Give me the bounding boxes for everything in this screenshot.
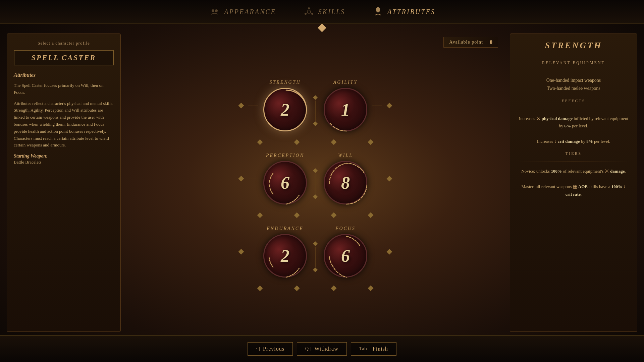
- connector-diamond-2: [238, 176, 244, 182]
- novice-pct: 100%: [551, 169, 562, 174]
- connector-line-r3: [372, 252, 382, 252]
- mid-line-v-2: [315, 174, 316, 194]
- master-pct: 100%: [611, 184, 623, 189]
- row-diamond-4: [368, 139, 374, 145]
- effects-content: Increases ⚔ physical damage inflicted by…: [518, 115, 629, 145]
- finish-button[interactable]: Tab | Finish: [351, 342, 396, 356]
- available-points-label: Available point: [449, 40, 483, 45]
- connector-diamond-r2: [387, 176, 392, 182]
- row-diamond-12: [368, 286, 374, 291]
- finish-label: Finish: [373, 346, 388, 352]
- attributes-icon: [372, 6, 384, 18]
- appearance-icon: [209, 6, 221, 18]
- divider-2: [518, 109, 629, 109]
- crit-damage-text: crit damage: [558, 139, 580, 144]
- effects-label: Effects: [518, 99, 629, 104]
- equipment-item-1: One-handed impact weapons: [518, 76, 629, 84]
- perception-label: Perception: [266, 153, 304, 158]
- strength-value: 2: [281, 100, 289, 120]
- strength-label: Strength: [269, 80, 301, 85]
- left-panel: Select a character profile Spell Caster …: [7, 34, 121, 332]
- crit-icon: ↓: [554, 139, 556, 144]
- focus-circle: 6: [324, 234, 367, 278]
- will-circle: 8: [324, 161, 367, 204]
- mid-diamond-bot-2: [313, 194, 318, 199]
- withdraw-button[interactable]: Q | Withdraw: [297, 342, 347, 356]
- row-diamond-5: [257, 213, 263, 218]
- row-diamond-9: [257, 286, 263, 291]
- relevant-equipment-label: Relevant Equipment: [518, 60, 629, 65]
- mid-diamond-bot: [313, 121, 318, 126]
- attribute-perception[interactable]: Perception 6: [258, 146, 312, 211]
- row-diamond-1: [257, 139, 263, 145]
- attribute-agility[interactable]: Agility 1: [319, 73, 372, 138]
- starting-weapon-label: Starting Weapon:: [14, 154, 48, 159]
- effects-line-2: Increases ↓ crit damage by 8% per level.: [518, 137, 629, 145]
- withdraw-key: Q |: [305, 346, 312, 352]
- focus-label: Focus: [335, 226, 356, 231]
- profile-name: Spell Caster: [32, 53, 96, 62]
- row-diamond-10: [294, 286, 300, 291]
- starting-weapon-value: Battle Bracelets: [14, 160, 42, 165]
- nav-skills-label: Skills: [318, 8, 345, 16]
- profile-name-box[interactable]: Spell Caster: [14, 50, 114, 65]
- equipment-list: One-handed impact weapons Two-handed mel…: [518, 76, 629, 93]
- strength-circle: 2: [263, 88, 307, 131]
- profile-prompt: Select a character profile: [14, 41, 114, 46]
- svg-point-6: [376, 7, 380, 12]
- nav-attributes[interactable]: Attributes: [372, 6, 435, 18]
- bottom-bar: · | Previous Q | Withdraw Tab | Finish: [0, 335, 644, 362]
- agility-label: Agility: [333, 80, 358, 85]
- svg-point-3: [308, 7, 310, 9]
- attributes-description: Attributes reflect a character's physica…: [14, 100, 114, 149]
- skills-icon: [303, 6, 315, 18]
- main-content: Select a character profile Spell Caster …: [0, 30, 644, 335]
- nav-attributes-label: Attributes: [387, 8, 435, 16]
- mid-diamond-top-3: [313, 241, 318, 246]
- divider-1: [518, 71, 629, 71]
- row-diamond-8: [368, 213, 374, 218]
- attribute-will[interactable]: Will 8: [319, 146, 372, 211]
- mid-diamond-bot-3: [313, 267, 318, 272]
- withdraw-label: Withdraw: [314, 346, 338, 352]
- connector-line-r: [372, 106, 382, 106]
- endurance-circle: 2: [263, 234, 307, 278]
- connector-diamond-3: [238, 249, 244, 255]
- aoe-text: AOE: [578, 184, 588, 189]
- connector-diamond-r: [387, 103, 392, 109]
- top-navigation: Appearance Skills Attributes: [0, 0, 644, 24]
- connector-diamond-r3: [387, 249, 392, 255]
- mid-line-v: [315, 101, 316, 121]
- nav-skills[interactable]: Skills: [303, 6, 345, 18]
- physical-damage-text: physical damage: [542, 116, 573, 121]
- aoe-icon: ▦: [573, 184, 577, 189]
- svg-point-2: [307, 10, 311, 13]
- attribute-strength[interactable]: Strength 2: [258, 73, 312, 138]
- mid-line-v-3: [315, 247, 316, 267]
- physical-pct: 6%: [565, 123, 571, 128]
- row-diamond-6: [294, 213, 300, 218]
- endurance-value: 2: [281, 246, 289, 266]
- perception-value: 6: [281, 173, 289, 193]
- center-panel: Available point 0 Strength 2: [126, 34, 505, 332]
- attribute-endurance[interactable]: Endurance 2: [258, 219, 312, 284]
- tiers-label: Tiers: [518, 151, 629, 156]
- row-diamond-11: [331, 286, 337, 291]
- nav-appearance[interactable]: Appearance: [209, 6, 276, 18]
- right-panel-title: Strength: [518, 41, 629, 54]
- crit-icon-2: ↓: [624, 184, 626, 189]
- row-diamond-2: [294, 139, 300, 145]
- svg-point-5: [305, 13, 307, 15]
- previous-button[interactable]: · | Previous: [248, 342, 293, 356]
- mid-diamond-top-2: [313, 168, 318, 173]
- will-value: 8: [341, 173, 350, 193]
- tiers-line-1: Novice: unlocks 100% of relevant equipme…: [518, 167, 629, 175]
- perception-circle: 6: [263, 161, 307, 204]
- connector-line-3: [248, 252, 258, 252]
- connector-line: [248, 106, 258, 106]
- attribute-focus[interactable]: Focus 6: [319, 219, 372, 284]
- previous-label: Previous: [263, 346, 284, 352]
- right-panel: Strength Relevant Equipment One-handed i…: [510, 34, 637, 332]
- svg-point-1: [215, 9, 218, 12]
- sword-icon-1: ⚔: [536, 116, 541, 121]
